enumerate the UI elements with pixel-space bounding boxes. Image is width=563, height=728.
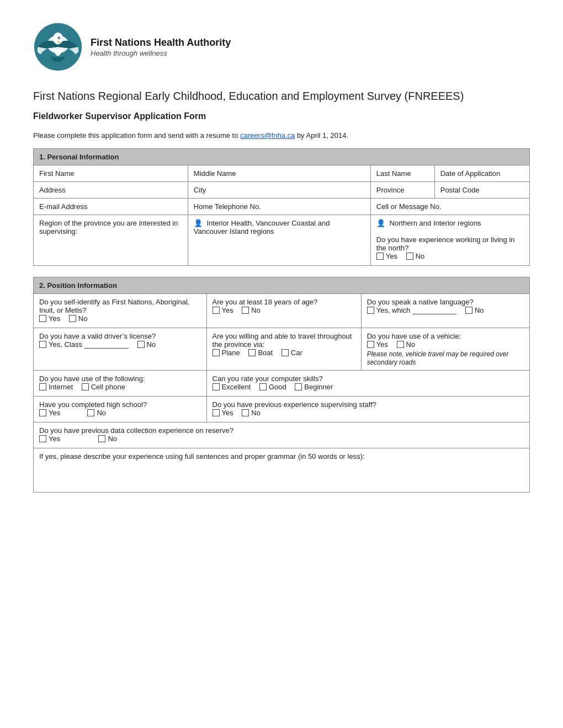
age-yes-box[interactable] — [213, 307, 220, 314]
vehicle-no-checkbox[interactable]: No — [397, 340, 416, 349]
following-cell: Do you have use of the following: Intern… — [34, 371, 207, 397]
age-yes-checkbox[interactable]: Yes — [213, 306, 233, 314]
vehicle-q: Do you have use of a vehicle: — [367, 332, 461, 340]
high-school-row: Have you completed high school? Yes No D… — [34, 397, 530, 422]
internet-label: Internet — [49, 383, 73, 391]
contact-row: E-mail Address Home Telephone No. Cell o… — [34, 199, 530, 215]
hs-yes-box[interactable] — [39, 409, 46, 416]
describe-q: If yes, please describe your experience … — [39, 452, 365, 461]
org-name-block: First Nations Health Authority Health th… — [91, 36, 231, 57]
person-icon-northern: 👤 — [376, 219, 385, 227]
internet-checkbox[interactable]: Internet — [39, 383, 73, 391]
describe-row: If yes, please describe your experience … — [34, 448, 530, 493]
north-no-box[interactable] — [406, 253, 413, 260]
fn-yes-box[interactable] — [39, 315, 46, 322]
vehicle-no-box[interactable] — [397, 341, 404, 348]
lang-yes-checkbox[interactable]: Yes, which — [367, 306, 457, 314]
plane-box[interactable] — [213, 349, 220, 356]
north-yes-checkbox[interactable]: Yes — [376, 252, 397, 260]
lang-yes-box[interactable] — [367, 307, 374, 314]
good-checkbox[interactable]: Good — [259, 383, 286, 391]
beginner-label: Beginner — [304, 383, 333, 391]
dc-yes-checkbox[interactable]: Yes — [39, 435, 60, 443]
intro-after-email: by April 1, 2014. — [297, 131, 348, 140]
supervise-cell: Do you have previous experience supervis… — [206, 397, 529, 422]
intro-text: Please complete this application form an… — [33, 131, 530, 140]
north-no-label: No — [416, 252, 425, 260]
sup-yes-checkbox[interactable]: Yes — [213, 409, 233, 417]
beginner-box[interactable] — [295, 383, 302, 390]
identity-row: Do you self-identify as First Nations, A… — [34, 294, 530, 328]
email-link[interactable]: careers@fnha.ca — [240, 131, 295, 140]
section2-header: 2. Position Information — [34, 277, 530, 294]
hs-no-box[interactable] — [87, 409, 94, 416]
boat-box[interactable] — [248, 349, 256, 356]
form-subtitle: Fieldworker Supervisor Application Form — [33, 111, 530, 121]
cell-phone-label: Cell phone — [91, 383, 125, 391]
age-no-box[interactable] — [242, 307, 249, 314]
vehicle-yes-checkbox[interactable]: Yes — [367, 340, 388, 349]
internet-box[interactable] — [39, 383, 46, 390]
fn-no-label: No — [78, 314, 88, 323]
date-application-label: Date of Application — [434, 165, 529, 182]
person-icon-interior: 👤 — [194, 219, 203, 227]
sup-yes-label: Yes — [222, 409, 233, 417]
drivers-yes-box[interactable] — [39, 341, 46, 348]
name-row: First Name Middle Name Last Name Date of… — [34, 165, 530, 182]
first-nations-cell: Do you self-identify as First Nations, A… — [34, 294, 207, 328]
car-box[interactable] — [282, 349, 289, 356]
fn-no-box[interactable] — [69, 315, 76, 322]
computer-skills-cell: Can you rate your computer skills? Excel… — [206, 371, 529, 397]
drivers-row: Do you have a valid driver’s license? Ye… — [34, 328, 530, 371]
lang-which-blank[interactable] — [412, 307, 456, 314]
excellent-box[interactable] — [213, 383, 220, 390]
following-q: Do you have use of the following: — [39, 374, 145, 383]
lang-no-box[interactable] — [465, 307, 472, 314]
fn-no-checkbox[interactable]: No — [69, 314, 88, 323]
north-yes-box[interactable] — [376, 253, 384, 260]
car-checkbox[interactable]: Car — [282, 349, 302, 357]
cell-phone-box[interactable] — [82, 383, 89, 390]
vehicle-yes-box[interactable] — [367, 341, 374, 348]
page-title: First Nations Regional Early Childhood, … — [33, 88, 530, 104]
drivers-q: Do you have a valid driver’s license? — [39, 332, 156, 340]
good-box[interactable] — [259, 383, 267, 390]
fn-yes-label: Yes — [49, 314, 60, 323]
cell-phone-checkbox[interactable]: Cell phone — [82, 383, 125, 391]
first-name-label: First Name — [34, 165, 188, 182]
dc-yes-box[interactable] — [39, 435, 46, 442]
dc-no-checkbox[interactable]: No — [98, 435, 117, 443]
region-northern: 👤 Northern and Interior regions Do you h… — [370, 215, 529, 266]
sup-no-label: No — [251, 409, 261, 417]
address-label: Address — [34, 182, 188, 199]
fnha-logo — [33, 22, 83, 72]
sup-no-box[interactable] — [242, 409, 249, 416]
north-no-checkbox[interactable]: No — [406, 252, 425, 260]
hs-no-checkbox[interactable]: No — [87, 409, 106, 417]
age-q: Are you at least 18 years of age? — [213, 298, 318, 306]
drivers-no-box[interactable] — [137, 341, 145, 348]
lang-no-label: No — [475, 306, 484, 314]
plane-checkbox[interactable]: Plane — [213, 349, 240, 357]
drivers-class-blank[interactable] — [84, 341, 129, 349]
beginner-checkbox[interactable]: Beginner — [295, 383, 333, 391]
computer-q: Can you rate your computer skills? — [213, 374, 323, 383]
boat-checkbox[interactable]: Boat — [248, 349, 273, 357]
dc-no-box[interactable] — [98, 435, 105, 442]
org-tagline: Health through wellness — [91, 49, 231, 57]
sup-yes-box[interactable] — [213, 409, 220, 416]
vehicle-yes-label: Yes — [376, 340, 388, 349]
vehicle-note: Please note, vehicle travel may be requi… — [367, 350, 509, 366]
drivers-no-label: No — [147, 340, 156, 349]
age-no-checkbox[interactable]: No — [242, 306, 261, 314]
drivers-yes-checkbox[interactable]: Yes, Class — [39, 340, 129, 349]
lang-no-checkbox[interactable]: No — [465, 306, 484, 314]
high-school-cell: Have you completed high school? Yes No — [34, 397, 207, 422]
drivers-no-checkbox[interactable]: No — [137, 340, 156, 349]
middle-name-label: Middle Name — [188, 165, 370, 182]
section1-header: 1. Personal Information — [34, 149, 530, 165]
sup-no-checkbox[interactable]: No — [242, 409, 261, 417]
hs-yes-checkbox[interactable]: Yes — [39, 409, 60, 417]
fn-yes-checkbox[interactable]: Yes — [39, 314, 60, 323]
excellent-checkbox[interactable]: Excellent — [213, 383, 251, 391]
